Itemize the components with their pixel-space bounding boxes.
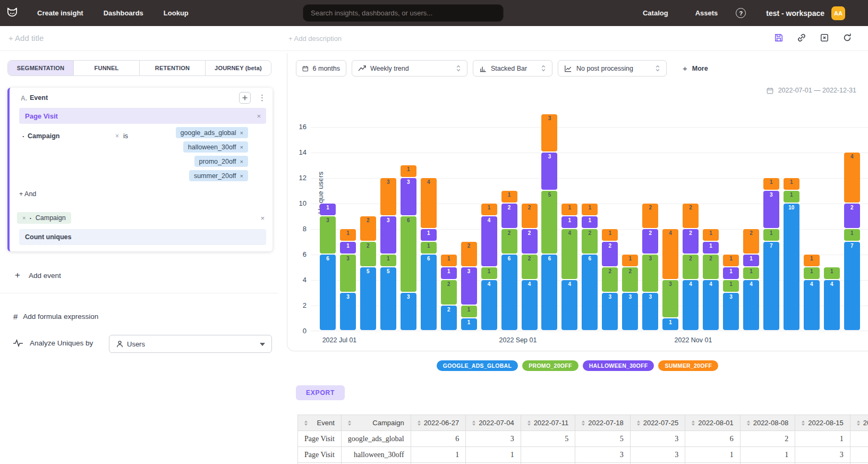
bar-segment[interactable]: 1 [441, 255, 457, 266]
tab-segmentation[interactable]: SEGMENTATION [8, 61, 74, 75]
bar-segment[interactable]: 4 [662, 229, 678, 279]
column-header[interactable]: 2022-08-08 [740, 415, 795, 431]
help-icon[interactable]: ? [736, 8, 746, 18]
remove-breakdown-icon[interactable]: × [22, 215, 25, 221]
bar-segment[interactable]: 4 [421, 178, 437, 228]
bar-segment[interactable]: 4 [824, 280, 840, 330]
bar-segment[interactable]: 3 [622, 293, 638, 330]
bar-segment[interactable]: 1 [804, 267, 820, 279]
bar-segment[interactable]: 1 [622, 255, 638, 266]
column-header[interactable]: 2022-07-18 [575, 415, 631, 431]
legend-pill[interactable]: GOOGLE_ADS_GLOBAL [437, 360, 518, 371]
bar-segment[interactable]: 4 [522, 280, 538, 330]
column-header[interactable]: Event [298, 415, 342, 431]
breakdown-chip[interactable]: × · Campaign [17, 212, 71, 224]
bar-segment[interactable]: 1 [723, 255, 739, 266]
bar-segment[interactable]: 3 [602, 293, 618, 330]
nav-catalog[interactable]: Catalog [643, 9, 668, 17]
chart-type-select[interactable]: Stacked Bar [473, 60, 552, 77]
bar-segment[interactable]: 3 [763, 191, 779, 228]
bar-segment[interactable]: 4 [561, 229, 577, 279]
sort-icon[interactable] [857, 420, 860, 426]
more-button[interactable]: + More [672, 60, 708, 77]
tab-funnel[interactable]: FUNNEL [74, 61, 140, 75]
bar-segment[interactable]: 6 [401, 216, 416, 292]
bar-segment[interactable]: 3 [541, 114, 557, 151]
bar-segment[interactable]: 1 [582, 204, 598, 215]
bar-segment[interactable]: 4 [804, 280, 820, 330]
bar-segment[interactable]: 2 [522, 229, 538, 254]
bar-segment[interactable]: 1 [723, 280, 739, 292]
bar-segment[interactable]: 1 [743, 267, 759, 279]
clear-icon[interactable] [819, 32, 830, 43]
export-button[interactable]: EXPORT [296, 385, 345, 400]
bar-segment[interactable]: 6 [421, 255, 437, 330]
bar-segment[interactable]: 7 [763, 242, 779, 330]
bar-segment[interactable]: 1 [582, 216, 598, 228]
bar-segment[interactable]: 3 [642, 255, 658, 292]
bar-segment[interactable]: 1 [784, 178, 799, 190]
remove-value-icon[interactable]: × [240, 173, 243, 179]
bar-segment[interactable]: 3 [401, 293, 416, 330]
filter-value-chip[interactable]: halloween_30off × [183, 141, 248, 153]
bar-segment[interactable]: 3 [320, 216, 336, 254]
bar-segment[interactable]: 2 [501, 204, 517, 228]
bar-segment[interactable]: 4 [683, 280, 699, 330]
bar-segment[interactable]: 4 [844, 153, 860, 203]
date-range-button[interactable]: 6 months [296, 60, 346, 77]
column-header[interactable]: 2022-08-15 [795, 415, 850, 431]
sort-icon[interactable] [637, 420, 640, 426]
add-formula-button[interactable]: # Add formula expression [13, 312, 98, 321]
bar-segment[interactable]: 3 [642, 293, 658, 330]
bar-segment[interactable]: 2 [703, 255, 719, 279]
cat-logo-icon[interactable] [5, 6, 20, 21]
remove-value-icon[interactable]: × [240, 130, 243, 136]
column-header[interactable]: Campaign [341, 415, 411, 431]
bar-segment[interactable]: 1 [481, 267, 497, 279]
bar-segment[interactable]: 1 [421, 242, 437, 254]
bar-segment[interactable]: 1 [743, 255, 759, 266]
column-header[interactable]: 2022-07-11 [521, 415, 575, 431]
bar-segment[interactable]: 3 [340, 255, 356, 292]
bar-segment[interactable]: 1 [784, 191, 799, 203]
kebab-menu-icon[interactable]: ⋮ [258, 92, 266, 103]
remove-filter-icon[interactable]: × [115, 132, 119, 140]
bar-segment[interactable]: 4 [743, 280, 759, 330]
add-description-field[interactable]: + Add description [288, 35, 342, 43]
column-header[interactable]: 2022-07-25 [630, 415, 685, 431]
bar-segment[interactable]: 6 [320, 255, 336, 330]
bar-segment[interactable]: 6 [582, 255, 598, 330]
filter-value-chip[interactable]: promo_20off × [194, 156, 248, 167]
bar-segment[interactable]: 4 [481, 280, 497, 330]
bar-segment[interactable]: 1 [602, 229, 618, 241]
bar-segment[interactable]: 5 [541, 191, 557, 254]
bar-segment[interactable]: 2 [441, 280, 457, 305]
post-processing-select[interactable]: No post processing [558, 60, 667, 77]
bar-segment[interactable]: 1 [461, 306, 477, 317]
link-icon[interactable] [796, 32, 807, 43]
bar-segment[interactable]: 3 [401, 178, 416, 215]
bar-segment[interactable]: 1 [461, 318, 477, 330]
bar-segment[interactable]: 2 [441, 306, 457, 330]
bar-segment[interactable]: 1 [561, 216, 577, 228]
sort-icon[interactable] [472, 420, 475, 426]
bar-segment[interactable]: 2 [602, 242, 618, 266]
remove-event-icon[interactable]: × [257, 112, 261, 120]
trend-select[interactable]: Weekly trend [352, 60, 467, 77]
bar-segment[interactable]: 6 [541, 255, 557, 330]
bar-segment[interactable]: 1 [561, 204, 577, 215]
sort-icon[interactable] [802, 420, 805, 426]
legend-pill[interactable]: PROMO_20OFF [522, 360, 578, 371]
bar-segment[interactable]: 3 [662, 280, 678, 317]
analyze-by-select[interactable]: Users [109, 335, 272, 353]
bar-segment[interactable]: 6 [501, 255, 517, 330]
bar-segment[interactable]: 1 [380, 255, 396, 266]
filter-operator[interactable]: is [123, 132, 128, 140]
bar-segment[interactable]: 1 [441, 267, 457, 279]
bar-segment[interactable]: 2 [522, 204, 538, 228]
bar-segment[interactable]: 2 [501, 229, 517, 254]
sort-icon[interactable] [692, 420, 695, 426]
sort-icon[interactable] [304, 420, 308, 426]
bar-segment[interactable]: 4 [703, 280, 719, 330]
bar-segment[interactable]: 1 [421, 229, 437, 241]
